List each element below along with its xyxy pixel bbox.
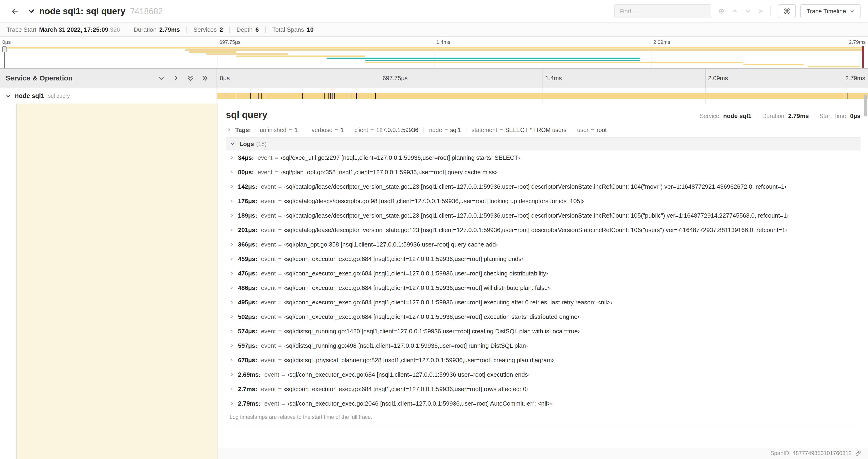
log-field-key: event xyxy=(261,183,276,190)
time-tick-label: 2.09ms xyxy=(651,39,670,45)
log-entry[interactable]: 2.7ms:event=‹sql/conn_executor_exec.go:6… xyxy=(226,382,861,396)
duration-label: Duration: xyxy=(762,113,786,120)
log-field-value: ‹sql/conn_executor_exec.go:684 [nsql1,cl… xyxy=(284,255,523,263)
log-timestamp: 495μs: xyxy=(238,299,257,306)
minimap-span-bar xyxy=(327,58,641,59)
logs-accordion-header[interactable]: Logs (18) xyxy=(226,138,861,151)
divider xyxy=(127,26,127,33)
log-marker xyxy=(334,93,335,99)
log-entry[interactable]: 2.69ms:event=‹sql/conn_executor_exec.go:… xyxy=(226,367,861,382)
tag-item[interactable]: statement=SELECT * FROM users xyxy=(471,127,566,133)
log-field-key: event xyxy=(261,328,276,335)
minimap-span-bar xyxy=(206,54,288,55)
divider xyxy=(424,127,424,133)
expand-all-double-chevron-right-icon[interactable] xyxy=(202,75,208,81)
log-timestamp: 597μs: xyxy=(238,342,257,349)
log-field-key: event xyxy=(261,212,276,219)
tag-key: node xyxy=(429,127,442,133)
span-collapse-chevron-down-icon[interactable] xyxy=(6,93,11,98)
expand-one-chevron-right-icon[interactable] xyxy=(173,75,179,81)
time-tick-label: 1.4ms xyxy=(542,75,562,82)
log-field-value: ‹sql/plan_opt.go:358 [nsql1,client=127.0… xyxy=(281,169,497,176)
deep-link-icon[interactable] xyxy=(856,450,862,456)
log-entry[interactable]: 495μs:event=‹sql/conn_executor_exec.go:6… xyxy=(226,295,861,309)
back-button[interactable] xyxy=(7,4,22,19)
vertical-scrollbar-thumb[interactable] xyxy=(864,95,867,116)
log-entry[interactable]: 201μs:event=‹sql/catalog/lease/descripto… xyxy=(226,223,861,237)
log-marker xyxy=(375,93,376,99)
minimap-right-scrubber[interactable] xyxy=(862,46,864,68)
chevron-right-icon xyxy=(229,358,234,363)
log-entry[interactable]: 34μs:event=‹sql/exec_util.go:2297 [nsql1… xyxy=(226,151,861,165)
minimap-span-bar xyxy=(743,64,804,65)
equals-sign: = xyxy=(281,400,285,407)
minimap-left-scrubber[interactable] xyxy=(4,46,5,68)
span-bar-cell[interactable] xyxy=(217,88,868,104)
log-entry[interactable]: 486μs:event=‹sql/conn_executor_exec.go:6… xyxy=(226,281,861,295)
clear-find-close-icon[interactable] xyxy=(758,8,764,14)
tags-label: Tags: xyxy=(235,126,251,134)
tag-value: 1 xyxy=(294,127,298,133)
collapse-trace-chevron-down-icon[interactable] xyxy=(28,8,34,14)
equals-sign: = xyxy=(591,127,594,133)
log-entry[interactable]: 80μs:event=‹sql/plan_opt.go:358 [nsql1,c… xyxy=(226,165,861,179)
tag-item[interactable]: user=root xyxy=(577,127,607,133)
log-entry[interactable]: 597μs:event=‹sql/distsql_running.go:498 … xyxy=(226,338,861,353)
chevron-right-icon xyxy=(229,184,234,189)
next-match-chevron-down-icon[interactable] xyxy=(745,8,751,14)
log-marker xyxy=(258,93,258,99)
tag-item[interactable]: _unfinished=1 xyxy=(256,127,298,133)
stat-value: 2.79ms xyxy=(159,26,180,33)
stat-label: Depth xyxy=(236,26,252,33)
tags-accordion[interactable]: Tags: _unfinished=1_verbose=1client=127.… xyxy=(226,123,861,138)
log-entry[interactable]: 189μs:event=‹sql/catalog/lease/descripto… xyxy=(226,208,861,223)
divider xyxy=(572,127,572,133)
minimap-canvas[interactable] xyxy=(0,46,868,68)
stat-label: Total Spans xyxy=(272,26,304,33)
log-marker xyxy=(250,93,251,99)
span-row[interactable]: node sql1 sql query xyxy=(0,88,868,104)
log-entry[interactable]: 366μs:event=‹sql/plan_opt.go:358 [nsql1,… xyxy=(226,237,861,252)
span-name-cell[interactable]: node sql1 sql query xyxy=(0,88,217,104)
log-entry[interactable]: 574μs:event=‹sql/distsql_running.go:1420… xyxy=(226,324,861,338)
log-field-key: event xyxy=(261,255,276,263)
equals-sign: = xyxy=(278,241,282,248)
equals-sign: = xyxy=(278,328,282,335)
tag-value: 127.0.0.1:59936 xyxy=(376,127,418,133)
minimap-span-bar xyxy=(808,66,860,67)
equals-sign: = xyxy=(335,127,338,133)
log-entry[interactable]: 2.79ms:event=‹sql/conn_executor_exec.go:… xyxy=(226,396,861,411)
log-entry[interactable]: 176μs:event=‹sql/catalog/descs/descripto… xyxy=(226,194,861,208)
ruler-tick-labels: 0μs697.75μs1.4ms2.09ms2.79ms xyxy=(217,69,868,88)
span-log-markers xyxy=(217,88,868,104)
prev-match-chevron-up-icon[interactable] xyxy=(732,8,738,14)
equals-sign: = xyxy=(275,154,278,161)
log-field-key: event xyxy=(257,169,273,176)
span-id-label: SpanID: xyxy=(771,450,791,456)
chevron-right-icon xyxy=(229,155,234,160)
minimap-span-bar xyxy=(236,56,365,57)
timeline-header: Service & Operation 0μs697.75μs1.4ms2.09… xyxy=(0,69,868,88)
tag-item[interactable]: node=sql1 xyxy=(429,127,461,133)
log-entry[interactable]: 142μs:event=‹sql/catalog/lease/descripto… xyxy=(226,179,861,194)
tag-value: root xyxy=(597,127,607,133)
focus-icon[interactable] xyxy=(718,8,725,14)
log-marker xyxy=(328,93,329,99)
log-entry[interactable]: 502μs:event=‹sql/conn_executor_exec.go:6… xyxy=(226,309,861,324)
keyboard-shortcuts-button[interactable]: ⌘ xyxy=(778,4,796,18)
equals-sign: = xyxy=(371,127,374,133)
collapse-all-chevron-down-icon[interactable] xyxy=(158,75,165,81)
log-timestamp: 459μs: xyxy=(238,255,257,263)
log-entry[interactable]: 476μs:event=‹sql/conn_executor_exec.go:6… xyxy=(226,266,861,281)
collapse-one-double-chevron-down-icon[interactable] xyxy=(187,75,194,81)
scrubber-grip[interactable] xyxy=(2,46,6,52)
equals-sign: = xyxy=(278,198,282,205)
find-input[interactable] xyxy=(614,4,711,18)
trace-view-selector-button[interactable]: Trace Timeline xyxy=(800,4,861,18)
log-entry[interactable]: 678μs:event=‹sql/distsql_physical_planne… xyxy=(226,353,861,367)
start-time-label: Start Time: xyxy=(819,113,848,120)
log-entry[interactable]: 459μs:event=‹sql/conn_executor_exec.go:6… xyxy=(226,252,861,266)
tag-item[interactable]: client=127.0.0.1:59936 xyxy=(354,127,418,133)
time-tick-label: 2.09ms xyxy=(705,75,728,82)
tag-item[interactable]: _verbose=1 xyxy=(308,127,344,133)
